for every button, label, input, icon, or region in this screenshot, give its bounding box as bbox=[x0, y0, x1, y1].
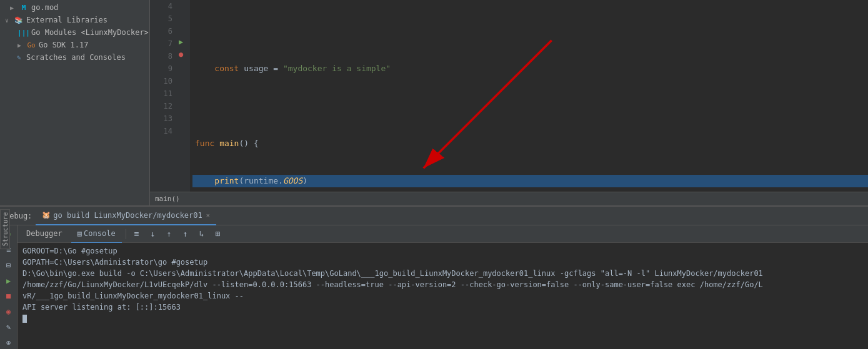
code-line-5: const usage = "mydocker is a simple" bbox=[192, 62, 868, 75]
console-cursor-line bbox=[22, 313, 863, 324]
add-button[interactable]: ⊕ bbox=[2, 336, 16, 349]
console-tab-icon: ▤ bbox=[77, 229, 82, 238]
line-num-12: 12 bbox=[150, 100, 172, 112]
toolbar-separator bbox=[126, 229, 126, 239]
sidebar-item-gomod[interactable]: ▶ M go.mod bbox=[0, 1, 149, 14]
toolbar-btn-down[interactable]: ↓ bbox=[146, 227, 160, 241]
debug-tab-title: go build LiunxMyDocker/mydocker01 bbox=[53, 211, 202, 220]
run-icon[interactable]: ▶ bbox=[179, 37, 183, 46]
go-file-icon: M bbox=[19, 2, 29, 12]
toolbar-btn-step[interactable]: ↳ bbox=[195, 227, 209, 241]
tab-debugger-label: Debugger bbox=[26, 229, 62, 238]
console-line-4: /home/zzf/Go/LiunxMyDocker/L1vUEcqekP/dl… bbox=[22, 279, 863, 290]
console-cursor bbox=[22, 315, 27, 323]
code-line-7: func main() { bbox=[192, 137, 868, 150]
sidebar-item-label: Scratches and Consoles bbox=[26, 53, 126, 62]
editor-gutter: ▶ ● bbox=[177, 0, 190, 205]
tab-debugger[interactable]: Debugger bbox=[20, 225, 69, 243]
line-num-5: 5 bbox=[150, 12, 172, 25]
breakpoint-icon[interactable]: ● bbox=[179, 50, 183, 59]
tab-console-label: Console bbox=[84, 229, 116, 238]
arrow-icon: ▶ bbox=[10, 4, 17, 11]
sidebar-item-scratches[interactable]: ✎ Scratches and Consoles bbox=[0, 51, 149, 64]
scratch-icon: ✎ bbox=[14, 52, 24, 62]
sidebar-item-label: Go Modules <LiunxMyDocker> bbox=[31, 28, 149, 37]
toolbar-btn-up[interactable]: ↑ bbox=[162, 227, 176, 241]
sidebar-item-label: External Libraries bbox=[26, 16, 107, 24]
sidebar-item-go-sdk[interactable]: ▶ Go Go SDK 1.17 bbox=[0, 39, 149, 51]
line-num-11: 11 bbox=[150, 87, 172, 100]
tab-console[interactable]: ▤ Console bbox=[71, 225, 122, 243]
edit-button[interactable]: ✎ bbox=[2, 321, 16, 334]
code-editor[interactable]: 4 5 6 7 8 9 10 11 12 13 14 ▶ ● const u bbox=[150, 0, 868, 205]
debug-tab-bar: Debug: 🐹 go build LiunxMyDocker/mydocker… bbox=[0, 207, 868, 225]
console-output[interactable]: GOROOT=D:\Go #gosetup GOPATH=C:\Users\Ad… bbox=[17, 243, 868, 349]
line-num-10: 10 bbox=[150, 75, 172, 87]
stop-button[interactable]: ■ bbox=[2, 290, 16, 303]
console-line-3: D:\Go\bin\go.exe build -o C:\Users\Admin… bbox=[22, 268, 863, 279]
resume-button[interactable]: ▶ bbox=[2, 274, 16, 287]
structure-tab[interactable]: Structure bbox=[0, 209, 10, 249]
code-line-4 bbox=[192, 25, 868, 37]
debug-tab-main[interactable]: 🐹 go build LiunxMyDocker/mydocker01 ✕ bbox=[36, 207, 216, 225]
sdk-icon: Go bbox=[26, 40, 36, 50]
view-button[interactable]: ◉ bbox=[2, 305, 16, 318]
line-num-6: 6 bbox=[150, 25, 172, 37]
delete-button[interactable]: ⊟ bbox=[2, 259, 16, 272]
breadcrumb: main() bbox=[150, 192, 868, 205]
line-numbers: 4 5 6 7 8 9 10 11 12 13 14 bbox=[150, 0, 177, 205]
arrow-icon: ▶ bbox=[17, 42, 25, 49]
code-line-6 bbox=[192, 100, 868, 112]
breadcrumb-text: main() bbox=[155, 195, 180, 203]
library-icon: 📚 bbox=[14, 15, 24, 25]
sidebar-item-external-libraries[interactable]: ∨ 📚 External Libraries bbox=[0, 14, 149, 26]
debug-tab-go-icon: 🐹 bbox=[42, 211, 51, 219]
code-line-8: print(runtime.GOOS) bbox=[192, 175, 868, 187]
line-num-13: 13 bbox=[150, 112, 172, 125]
line-num-4: 4 bbox=[150, 0, 172, 12]
toolbar-btn-list[interactable]: ≡ bbox=[130, 227, 144, 241]
sidebar-item-label: go.mod bbox=[31, 3, 58, 12]
sidebar-item-go-modules[interactable]: ||| Go Modules <LiunxMyDocker> bbox=[0, 26, 149, 39]
console-line-5: vR/___1go_build_LiunxMyDocker_mydocker01… bbox=[22, 290, 863, 302]
console-line-1: GOROOT=D:\Go #gosetup bbox=[22, 245, 863, 257]
line-num-9: 9 bbox=[150, 62, 172, 75]
toolbar-btn-grid[interactable]: ⊞ bbox=[211, 227, 225, 241]
toolbar-btn-up2[interactable]: ↑ bbox=[179, 227, 192, 241]
editor-area: 4 5 6 7 8 9 10 11 12 13 14 ▶ ● const u bbox=[150, 0, 868, 205]
expand-arrow-icon: ∨ bbox=[5, 17, 12, 24]
debug-panel: Debug: 🐹 go build LiunxMyDocker/mydocker… bbox=[0, 205, 868, 349]
go-modules-icon: ||| bbox=[19, 27, 29, 37]
sidebar-item-label: Go SDK 1.17 bbox=[39, 41, 88, 49]
code-content[interactable]: const usage = "mydocker is a simple" fun… bbox=[190, 0, 868, 205]
sidebar: ▶ M go.mod ∨ 📚 External Libraries ||| Go… bbox=[0, 0, 150, 205]
line-num-14: 14 bbox=[150, 125, 172, 137]
line-num-8: 8 bbox=[150, 50, 172, 62]
debug-sub-toolbar: Debugger ▤ Console ≡ ↓ ↑ ↑ ↳ ⊞ bbox=[17, 225, 868, 243]
console-line-6: API server listening at: [::]:15663 bbox=[22, 302, 863, 313]
console-line-2: GOPATH=C:\Users\Administrator\go #gosetu… bbox=[22, 257, 863, 268]
line-num-7: 7 bbox=[150, 37, 172, 50]
debug-content: ↺ ≡ ⊟ ▶ ■ ◉ ✎ ⊕ Debugger ▤ Console ≡ bbox=[0, 225, 868, 349]
tab-close-button[interactable]: ✕ bbox=[206, 212, 210, 219]
main-area: ▶ M go.mod ∨ 📚 External Libraries ||| Go… bbox=[0, 0, 868, 205]
